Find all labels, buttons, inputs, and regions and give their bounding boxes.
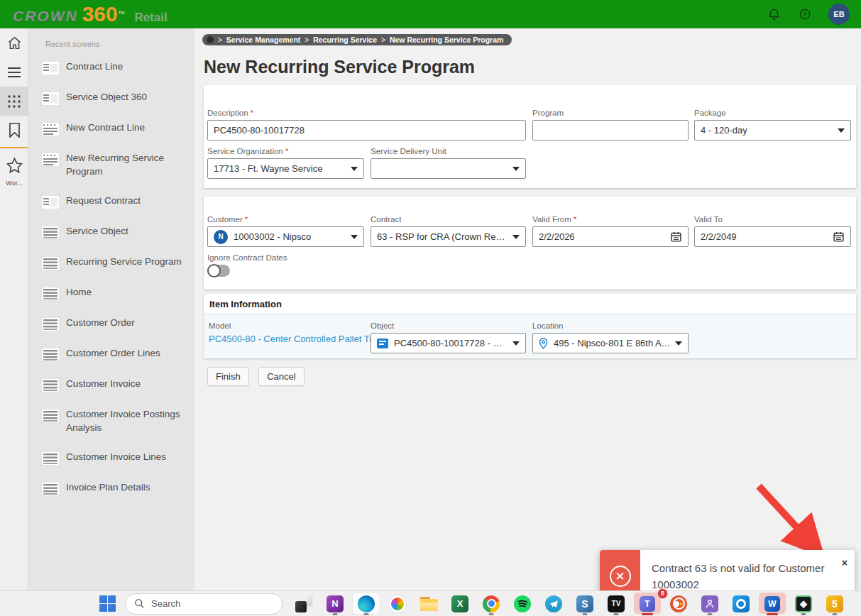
edge-icon[interactable] <box>351 592 382 616</box>
start-button-icon[interactable] <box>99 595 116 612</box>
sidebar-item-customer-order-lines[interactable]: Customer Order Lines <box>28 339 194 370</box>
bookmark-icon[interactable] <box>0 116 28 145</box>
customer-select[interactable]: N 10003002 - Nipsco <box>207 226 364 247</box>
list-icon <box>41 482 60 496</box>
apps-grid-icon[interactable] <box>0 87 28 116</box>
brand-360-text: 360 <box>82 4 118 25</box>
rail-divider <box>0 147 28 148</box>
calendar-icon[interactable] <box>670 231 682 243</box>
sidebar-item-label: Service Object 360 <box>66 91 147 104</box>
user-avatar[interactable]: EB <box>828 4 850 25</box>
valid-to-input[interactable] <box>695 227 828 246</box>
form-icon <box>41 195 60 209</box>
workspace-label: Wor... <box>0 180 28 187</box>
snagit-icon[interactable]: S <box>569 592 600 616</box>
sidebar-item-customer-invoice-lines[interactable]: Customer Invoice Lines <box>28 443 194 473</box>
sidebar-item-service-object[interactable]: Service Object <box>28 217 194 248</box>
breadcrumb-service-management[interactable]: Service Management <box>226 35 300 44</box>
sidebar-item-label: Customer Order Lines <box>66 347 160 361</box>
sidebar-item-label: New Contract Line <box>66 121 145 135</box>
sidebar-item-customer-invoice[interactable]: Customer Invoice <box>28 370 194 400</box>
service-delivery-unit-select[interactable] <box>371 158 526 179</box>
sidebar-item-label: Contract Line <box>66 60 123 74</box>
page-title: New Recurring Service Program <box>204 57 475 77</box>
telegram-icon[interactable] <box>538 592 569 616</box>
sidebar-item-request-contract[interactable]: Request Contract <box>28 187 194 217</box>
excel-icon[interactable]: X <box>444 592 476 616</box>
sidebar-item-new-contract-line[interactable]: New Contract Line <box>28 114 194 144</box>
model-link[interactable]: PC4500-80 - Center Controlled Pallet Tru… <box>209 334 387 344</box>
sidebar-item-label: Customer Invoice Postings Analysis <box>66 408 187 435</box>
help-icon[interactable]: ? <box>797 6 813 22</box>
windows-taskbar: Search N X <box>0 590 861 616</box>
outlook-icon[interactable] <box>725 592 757 616</box>
chevron-down-icon <box>512 341 520 346</box>
taskbar-search[interactable]: Search <box>125 593 283 615</box>
sidebar-item-customer-invoice-postings-analysis[interactable]: Customer Invoice Postings Analysis <box>28 400 194 443</box>
service-organization-label: Service Organization* <box>207 147 364 155</box>
sidebar-item-invoice-plan-details[interactable]: Invoice Plan Details <box>28 473 194 504</box>
description-input[interactable] <box>208 121 525 140</box>
copilot-icon[interactable] <box>382 592 413 616</box>
sidebar-item-label: Invoice Plan Details <box>66 481 150 495</box>
package-select[interactable]: 4 - 120-day <box>694 120 851 141</box>
purple-person-app-icon[interactable] <box>694 592 725 616</box>
duckduckgo-icon[interactable] <box>663 592 694 616</box>
chevron-down-icon <box>351 235 358 239</box>
left-icon-rail: Wor... <box>0 28 28 590</box>
error-circle-icon: ✕ <box>610 566 631 587</box>
breadcrumb-current-page[interactable]: New Recurring Service Program <box>390 35 503 44</box>
app-header: CROWN 360 TM Retail ? EB <box>0 0 861 28</box>
valid-from-label: Valid From* <box>532 215 689 224</box>
sidebar-item-contract-line[interactable]: Contract Line <box>28 53 194 83</box>
home-icon[interactable] <box>0 28 28 57</box>
word-icon[interactable]: W <box>757 592 788 616</box>
sidebar-item-label: Customer Order <box>66 317 135 330</box>
task-view-icon[interactable] <box>288 592 319 616</box>
finish-button[interactable]: Finish <box>207 367 249 386</box>
notifications-bell-icon[interactable] <box>766 6 782 22</box>
list-icon <box>41 409 60 423</box>
program-input[interactable] <box>533 121 688 140</box>
crown-360-logo: CROWN 360 TM Retail <box>13 4 168 25</box>
list-icon <box>41 256 60 270</box>
sidebar-item-home[interactable]: Home <box>28 278 194 309</box>
favorites-star-icon[interactable] <box>0 150 28 180</box>
service-organization-select[interactable]: 17713 - Ft. Wayne Service <box>207 158 364 179</box>
chrome-icon[interactable] <box>476 592 507 616</box>
ignore-contract-dates-toggle[interactable] <box>207 265 230 277</box>
sidebar-item-recurring-service-program[interactable]: Recurring Service Program <box>28 248 194 278</box>
onenote-icon[interactable]: N <box>319 592 351 616</box>
breadcrumb-recurring-service[interactable]: Recurring Service <box>313 35 377 44</box>
trademark-symbol: TM <box>119 11 125 15</box>
search-placeholder: Search <box>151 598 180 609</box>
chevron-down-icon <box>838 128 845 133</box>
valid-from-input[interactable] <box>533 227 666 246</box>
program-label: Program <box>532 109 689 117</box>
location-label: Location <box>532 321 689 330</box>
breadcrumb-separator: > <box>381 36 385 44</box>
file-explorer-icon[interactable] <box>413 592 444 616</box>
tradingview-icon[interactable]: TV <box>600 592 632 616</box>
toast-close-icon[interactable]: × <box>842 556 848 571</box>
brand-retail-text: Retail <box>134 11 167 25</box>
cancel-button[interactable]: Cancel <box>258 367 304 386</box>
menu-icon[interactable] <box>0 57 28 87</box>
customer-contract-card: Customer* N 10003002 - Nipsco Contract 6… <box>204 197 856 290</box>
location-pin-icon <box>539 338 548 349</box>
dark-diamond-app-icon[interactable]: ◈ <box>788 592 819 616</box>
yellow-five-app-icon[interactable]: 5 <box>819 592 850 616</box>
sidebar-item-service-object-360[interactable]: Service Object 360 <box>28 83 194 114</box>
contract-select[interactable]: 63 - RSP for CRA (Crown Rental Ass... <box>371 226 526 247</box>
sidebar-item-label: New Recurring Service Program <box>66 152 187 179</box>
sidebar-item-label: Customer Invoice Lines <box>66 451 166 464</box>
valid-to-label: Valid To <box>694 215 851 224</box>
sidebar-item-customer-order[interactable]: Customer Order <box>28 309 194 339</box>
item-information-card: Item Information Model PC4500-80 - Cente… <box>204 294 856 358</box>
spotify-icon[interactable] <box>507 592 538 616</box>
teams-icon[interactable]: T 8 <box>632 592 663 616</box>
sidebar-item-new-recurring-service-program[interactable]: New Recurring Service Program <box>28 144 194 187</box>
calendar-icon[interactable] <box>833 231 845 243</box>
location-select[interactable]: 495 - Nipsco-801 E 86th Ave,US <box>532 333 689 353</box>
object-select[interactable]: PC4500-80-10017728 - Center ... <box>371 333 526 353</box>
